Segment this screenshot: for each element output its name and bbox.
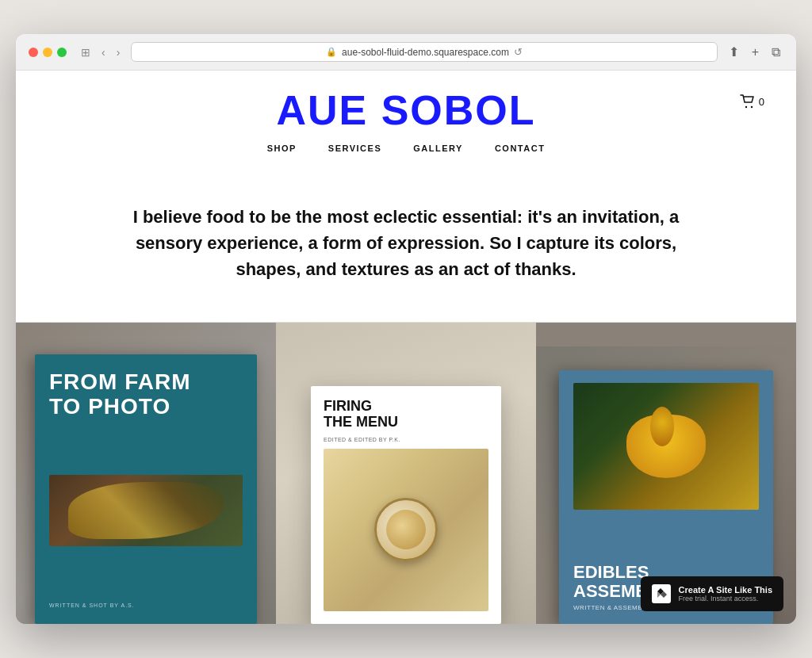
minimize-button[interactable] [43,48,52,57]
sq-title: Create A Site Like This [679,585,772,595]
close-button[interactable] [29,48,38,57]
duplicate-button[interactable]: ⧉ [768,44,783,61]
book-1-image [49,475,243,546]
squarespace-text: Create A Site Like This Free trial. Inst… [679,585,772,603]
window-button[interactable]: ⊞ [78,44,94,60]
book-2-subtitle: EDITED & EDITED BY P.K. [324,437,488,442]
cart-icon[interactable]: 0 [740,94,764,109]
svg-point-0 [745,106,747,108]
book-3-image [573,383,759,510]
reload-icon[interactable]: ↺ [514,46,523,58]
site-nav: SHOP SERVICES GALLERY CONTACT [48,140,764,156]
browser-chrome: ⊞ ‹ › 🔒 aue-sobol-fluid-demo.squarespace… [16,34,796,71]
book-col-1[interactable]: FROM FARMTO PHOTO WRITTEN & SHOT BY A.S. [16,323,276,624]
new-tab-button[interactable]: + [749,44,762,61]
book-2-title: FIRINGTHE MENU [324,399,488,430]
squarespace-logo-mark [656,588,667,599]
forward-button[interactable]: › [113,44,124,60]
hero-quote: I believe food to be the most eclectic e… [105,204,707,282]
url-text: aue-sobol-fluid-demo.squarespace.com [342,47,509,58]
nav-gallery[interactable]: GALLERY [413,143,463,153]
site-header: AUE SOBOL SHOP SERVICES GALLERY CONTACT … [16,71,796,164]
pumpkin-shape [626,415,706,478]
squarespace-logo [652,584,671,603]
cart-count: 0 [759,96,764,108]
book-2-cover: FIRINGTHE MENU EDITED & EDITED BY P.K. [311,386,501,624]
book-1-decorative [68,482,223,539]
book-1-title: FROM FARMTO PHOTO [49,370,243,419]
browser-window: ⊞ ‹ › 🔒 aue-sobol-fluid-demo.squarespace… [16,34,796,624]
address-bar[interactable]: 🔒 aue-sobol-fluid-demo.squarespace.com ↺ [131,42,717,62]
cart-svg [740,94,756,109]
traffic-lights [29,48,67,57]
maximize-button[interactable] [57,48,67,57]
nav-shop[interactable]: SHOP [267,143,297,153]
sq-logo-svg [656,588,667,599]
svg-point-1 [751,106,753,108]
back-button[interactable]: ‹ [98,44,109,60]
book-1-cover: FROM FARMTO PHOTO WRITTEN & SHOT BY A.S. [35,354,257,624]
nav-contact[interactable]: CONTACT [495,143,545,153]
books-section: FROM FARMTO PHOTO WRITTEN & SHOT BY A.S.… [16,323,796,624]
lock-icon: 🔒 [326,47,337,57]
website-content: AUE SOBOL SHOP SERVICES GALLERY CONTACT … [16,71,796,624]
browser-controls: ⊞ ‹ › [78,44,123,60]
hero-section: I believe food to be the most eclectic e… [16,164,796,323]
squarespace-banner[interactable]: Create A Site Like This Free trial. Inst… [641,576,783,611]
soup-bowl [374,498,438,561]
nav-services[interactable]: SERVICES [328,143,381,153]
sq-subtitle: Free trial. Instant access. [679,595,772,603]
share-button[interactable]: ⬆ [726,43,742,61]
book-1-byline: WRITTEN & SHOT BY A.S. [49,603,243,608]
site-logo: AUE SOBOL [48,86,764,134]
browser-actions: ⬆ + ⧉ [726,43,783,61]
book-col-2[interactable]: FIRINGTHE MENU EDITED & EDITED BY P.K. [276,323,536,624]
book-2-image [324,449,488,611]
